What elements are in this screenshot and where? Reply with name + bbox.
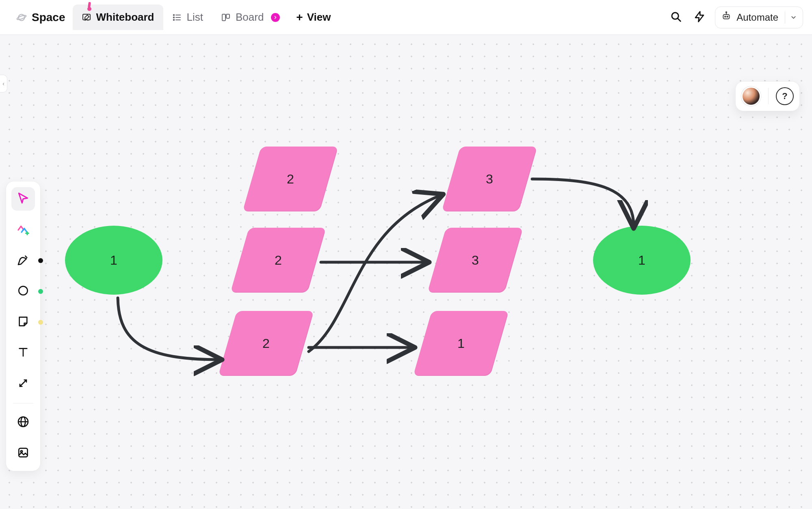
automate-label: Automate [736,12,778,23]
whiteboard-icon [82,13,91,22]
tab-board[interactable]: Board [212,4,289,30]
tool-connector[interactable] [11,372,35,396]
sticky-color-dot[interactable] [38,320,43,325]
svg-rect-10 [226,14,230,18]
top-header: Space Whiteboard [0,0,812,35]
automate-chevron[interactable] [785,11,797,24]
help-icon: ? [782,91,787,101]
toolbar-divider [13,403,33,403]
header-left-group: Space Whiteboard [9,4,338,30]
shape-label: 1 [638,253,645,268]
shape-color-dot[interactable] [38,289,43,294]
tool-text[interactable] [11,341,35,365]
shape-parallelogram[interactable]: 3 [427,228,523,293]
shape-label: 3 [451,147,528,211]
tool-web[interactable] [11,411,35,434]
shape-label: 2 [252,147,329,211]
add-view-button[interactable]: + View [289,6,338,29]
ai-icon [17,222,30,237]
circle-icon [17,284,30,299]
svg-rect-29 [19,448,27,457]
shape-oval-end[interactable]: 1 [593,226,691,295]
shape-label: 2 [240,228,317,293]
connector-icon [17,377,30,391]
tool-select[interactable] [11,187,35,211]
tab-list-label: List [187,11,203,24]
board-icon [221,13,231,22]
svg-point-1 [17,14,27,20]
shape-label: 1 [110,253,117,268]
canvas-stage: 1 1 2 2 2 3 3 1 [0,35,812,509]
shape-parallelogram[interactable]: 3 [442,147,537,211]
shape-parallelogram[interactable]: 1 [413,311,509,376]
shape-parallelogram[interactable]: 2 [218,311,314,376]
svg-point-11 [672,13,678,19]
shape-parallelogram[interactable]: 2 [243,147,338,211]
svg-rect-9 [222,14,225,21]
presence-divider [768,88,769,104]
header-right-group: Automate [668,6,803,28]
quick-action-button[interactable] [691,9,708,26]
tab-board-label: Board [236,11,264,24]
canvas-toolbar [6,181,41,471]
tool-ai[interactable] [11,218,35,242]
automate-button[interactable]: Automate [715,6,803,28]
lightning-icon [693,11,706,24]
tool-sticky[interactable] [11,311,35,334]
svg-line-12 [678,19,680,21]
shape-label: 2 [227,311,305,376]
tab-whiteboard-label: Whiteboard [96,11,154,24]
add-view-label: View [307,11,331,24]
whiteboard-canvas[interactable]: ‹ [0,35,812,509]
shape-parallelogram[interactable]: 2 [230,228,326,293]
tool-pen[interactable] [11,249,35,272]
pen-icon [17,253,30,268]
sticky-note-icon [17,315,30,330]
svg-point-18 [726,11,727,13]
svg-point-22 [19,286,27,295]
image-icon [17,446,30,461]
board-ai-badge-icon [271,13,280,22]
svg-point-5 [173,17,174,17]
tool-shape[interactable] [11,280,35,303]
pin-icon [86,10,90,14]
search-button[interactable] [668,9,684,26]
plus-icon: + [296,11,303,24]
tool-image[interactable] [11,442,35,465]
svg-point-16 [727,16,728,17]
tab-whiteboard[interactable]: Whiteboard [73,4,163,30]
help-button[interactable]: ? [776,87,794,105]
presence-panel: ? [735,81,800,111]
pen-color-dot[interactable] [38,258,43,263]
text-icon [17,346,30,360]
space-label: Space [32,11,65,24]
svg-line-25 [20,380,26,386]
shape-oval-start[interactable]: 1 [65,226,162,295]
chevron-down-icon [790,14,797,21]
planet-icon [16,12,27,23]
svg-line-21 [25,256,27,258]
svg-point-15 [725,16,726,17]
svg-point-7 [173,19,174,20]
svg-point-3 [173,14,174,15]
shape-label: 3 [437,228,514,293]
user-avatar[interactable] [741,86,761,106]
collapse-handle[interactable]: ‹ [0,75,7,93]
list-icon [172,13,182,22]
shape-label: 1 [422,311,500,376]
space-button[interactable]: Space [9,6,73,29]
tab-list[interactable]: List [163,4,212,30]
svg-marker-13 [695,11,704,22]
chevron-left-icon: ‹ [2,80,4,87]
cursor-icon [17,192,30,206]
search-icon [670,11,682,24]
svg-rect-14 [723,14,730,19]
globe-icon [17,415,30,430]
robot-icon [721,11,732,24]
